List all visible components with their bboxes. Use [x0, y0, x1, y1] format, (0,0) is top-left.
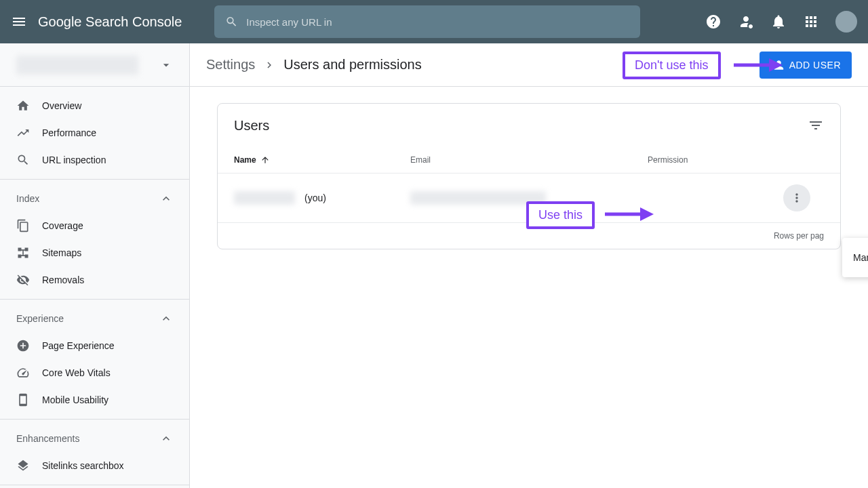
annotation-dont-use: Don't use this [623, 52, 721, 79]
add-circle-icon [16, 339, 30, 352]
more-vert-icon [790, 191, 804, 205]
visibility-off-icon [16, 273, 30, 287]
nav-core-web-vitals[interactable]: Core Web Vitals [0, 359, 189, 386]
group-enhancements[interactable]: Enhancements [0, 425, 189, 452]
chevron-up-icon [159, 192, 173, 205]
layers-icon [16, 459, 30, 472]
sitemap-icon [16, 246, 30, 260]
user-avatar[interactable] [835, 11, 857, 33]
nav-coverage[interactable]: Coverage [0, 212, 189, 239]
speed-icon [16, 366, 30, 380]
chevron-up-icon [159, 432, 173, 445]
nav-sitemaps[interactable]: Sitemaps [0, 239, 189, 266]
trending-icon [16, 126, 30, 140]
nav-sitelinks-searchbox[interactable]: Sitelinks searchbox [0, 452, 189, 479]
home-icon [16, 99, 30, 113]
column-email[interactable]: Email [410, 155, 648, 165]
app-logo: Google Search Console [38, 14, 182, 30]
menu-icon[interactable] [11, 14, 27, 30]
group-experience[interactable]: Experience [0, 305, 189, 332]
nav-page-experience[interactable]: Page Experience [0, 332, 189, 359]
notifications-icon[interactable] [770, 14, 787, 30]
nav-performance[interactable]: Performance [0, 119, 189, 146]
column-permission[interactable]: Permission [648, 155, 783, 165]
table-header: Name Email Permission [218, 147, 840, 173]
chevron-right-icon [263, 59, 275, 71]
nav-removals[interactable]: Removals [0, 266, 189, 293]
you-label: (you) [304, 192, 326, 203]
chevron-up-icon [159, 312, 173, 325]
nav-overview[interactable]: Overview [0, 92, 189, 119]
property-selector[interactable] [0, 43, 189, 87]
sidebar: Overview Performance URL inspection Inde… [0, 43, 190, 488]
arrow-right-icon [734, 57, 783, 73]
arrow-right-icon [605, 206, 654, 222]
svg-marker-1 [769, 58, 783, 72]
people-settings-icon[interactable] [738, 14, 754, 30]
breadcrumb-parent[interactable]: Settings [206, 57, 255, 73]
phone-icon [16, 393, 30, 407]
dropdown-icon [159, 58, 173, 72]
column-name[interactable]: Name [234, 155, 410, 165]
apps-icon[interactable] [803, 14, 819, 30]
nav-mobile-usability[interactable]: Mobile Usability [0, 386, 189, 413]
more-actions-button[interactable] [783, 184, 810, 211]
group-index[interactable]: Index [0, 185, 189, 212]
annotation-use-this: Use this [526, 201, 595, 229]
nav-url-inspection[interactable]: URL inspection [0, 146, 189, 174]
breadcrumb-current: Users and permissions [283, 57, 421, 73]
url-search-input[interactable] [246, 16, 629, 28]
user-name-redacted [234, 191, 295, 205]
user-email-redacted [410, 191, 546, 205]
search-icon [225, 15, 238, 28]
help-icon[interactable] [705, 14, 722, 30]
main-content: Settings Users and permissions ADD USER … [190, 43, 868, 488]
property-name-redacted [16, 56, 138, 75]
copy-icon [16, 219, 30, 232]
filter-icon[interactable] [808, 117, 824, 134]
svg-marker-3 [640, 207, 654, 221]
app-header: Google Search Console [0, 0, 868, 43]
arrow-up-icon [260, 155, 270, 165]
card-title: Users [234, 118, 269, 134]
search-icon [16, 153, 30, 167]
url-search-bar[interactable] [214, 5, 640, 38]
manage-property-owners-item[interactable]: Manage property owners [842, 243, 868, 272]
row-actions-menu: Manage property owners [842, 238, 868, 277]
